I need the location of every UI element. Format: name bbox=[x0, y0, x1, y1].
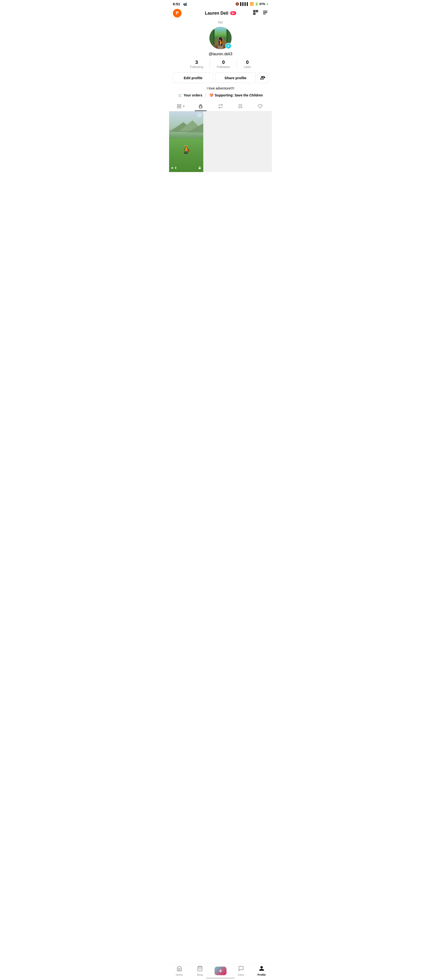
tab-liked[interactable] bbox=[250, 102, 270, 111]
status-bar: 6:51 📹 🔕 ▌▌▌▌ 📶 🔋 87% bbox=[169, 0, 272, 7]
home-icon bbox=[176, 966, 182, 973]
svg-point-26 bbox=[198, 115, 199, 115]
nav-right bbox=[253, 10, 268, 17]
edit-profile-button[interactable]: Edit profile bbox=[173, 73, 213, 83]
repost-icon bbox=[218, 104, 223, 109]
status-time: 6:51 bbox=[173, 2, 180, 6]
svg-rect-16 bbox=[263, 12, 267, 13]
liked-icon bbox=[258, 104, 263, 109]
svg-rect-4 bbox=[257, 11, 257, 11]
photo-icon bbox=[198, 113, 201, 117]
video-save-icon bbox=[198, 113, 201, 118]
home-indicator bbox=[206, 978, 235, 978]
nav-home[interactable]: Home bbox=[169, 966, 190, 976]
avatar-container: + bbox=[209, 27, 232, 49]
links-row: 🛒 Your orders | 💝 Supporting: Save the C… bbox=[178, 92, 263, 98]
cart-icon: 🛒 bbox=[178, 93, 182, 97]
inbox-icon bbox=[238, 966, 244, 973]
signal-icon: ▌▌▌▌ bbox=[240, 2, 249, 6]
svg-rect-24 bbox=[199, 106, 202, 108]
tab-grid[interactable]: ▼ bbox=[171, 102, 191, 111]
tab-lock[interactable] bbox=[191, 102, 211, 111]
video-overlay-bottom: 0 bbox=[171, 166, 201, 170]
empty-content-area bbox=[169, 172, 272, 244]
shop-label: Shop bbox=[197, 973, 203, 976]
nav-center: Lauren Deli 9+ bbox=[205, 11, 236, 16]
svg-rect-22 bbox=[177, 107, 179, 108]
top-nav: P Lauren Deli 9+ bbox=[169, 7, 272, 19]
following-count: 3 bbox=[195, 60, 198, 65]
svg-rect-21 bbox=[179, 105, 181, 106]
svg-rect-20 bbox=[177, 105, 179, 106]
user-handle: @lauren.deli3 bbox=[209, 52, 232, 56]
tab-repost[interactable] bbox=[211, 102, 230, 111]
inbox-label: Inbox bbox=[238, 973, 244, 976]
plus-icon bbox=[218, 968, 223, 974]
nav-inbox[interactable]: Inbox bbox=[231, 966, 251, 976]
pronouns-label: her bbox=[218, 20, 223, 24]
svg-rect-28 bbox=[199, 167, 201, 169]
camera-icon: 📹 bbox=[183, 2, 187, 6]
share-profile-button[interactable]: Share profile bbox=[215, 73, 255, 83]
followers-count: 0 bbox=[222, 60, 225, 65]
lock-tab-icon bbox=[198, 104, 203, 109]
following-label: Following bbox=[190, 65, 203, 68]
battery-icon: 🔋 bbox=[255, 2, 259, 6]
profile-section: her + @lauren.deli3 bbox=[169, 19, 272, 102]
svg-marker-27 bbox=[172, 167, 173, 169]
bio-text: I love adventure!!!! bbox=[207, 86, 234, 90]
p-badge-button[interactable]: P bbox=[173, 9, 181, 18]
following-stat[interactable]: 3 Following bbox=[183, 60, 210, 68]
grid-icon bbox=[177, 104, 181, 109]
battery-dot bbox=[267, 3, 268, 5]
svg-rect-23 bbox=[179, 107, 181, 108]
home-label: Home bbox=[176, 973, 183, 976]
nav-profile[interactable]: Profile bbox=[251, 966, 272, 976]
username-title: Lauren Deli bbox=[205, 11, 228, 16]
followers-stat[interactable]: 0 Followers bbox=[210, 60, 237, 68]
nav-shop[interactable]: Shop bbox=[190, 966, 210, 976]
video-grid: 0 bbox=[169, 111, 272, 172]
play-count-number: 0 bbox=[175, 166, 176, 170]
add-friend-icon bbox=[260, 75, 265, 80]
nav-left: P bbox=[173, 9, 181, 18]
tab-favorites[interactable] bbox=[230, 102, 250, 111]
lock-icon bbox=[198, 166, 201, 169]
video-content bbox=[169, 111, 203, 172]
add-photo-button[interactable]: + bbox=[225, 43, 232, 49]
action-buttons-row: Edit profile Share profile bbox=[173, 73, 268, 83]
hamburger-icon bbox=[262, 10, 268, 15]
play-icon bbox=[171, 167, 174, 169]
video-thumbnail[interactable]: 0 bbox=[169, 111, 203, 172]
profile-nav-label: Profile bbox=[258, 973, 266, 976]
svg-rect-3 bbox=[254, 11, 255, 11]
likes-label: Likes bbox=[244, 65, 251, 68]
battery-percent: 87% bbox=[260, 2, 265, 6]
svg-rect-17 bbox=[263, 14, 266, 14]
nav-create[interactable] bbox=[210, 966, 231, 976]
likes-count: 0 bbox=[246, 60, 249, 65]
likes-stat[interactable]: 0 Likes bbox=[237, 60, 258, 68]
svg-rect-5 bbox=[254, 13, 255, 14]
create-button[interactable] bbox=[214, 967, 227, 975]
shop-icon bbox=[197, 966, 203, 973]
play-count: 0 bbox=[171, 166, 176, 170]
add-friend-button[interactable] bbox=[258, 73, 268, 83]
mute-icon: 🔕 bbox=[235, 2, 239, 6]
wifi-icon: 📶 bbox=[250, 2, 254, 6]
menu-button[interactable] bbox=[262, 10, 268, 17]
favorites-icon bbox=[238, 104, 243, 109]
status-time-area: 6:51 📹 bbox=[173, 2, 187, 6]
status-icons: 🔕 ▌▌▌▌ 📶 🔋 87% bbox=[235, 2, 268, 6]
qr-code-icon bbox=[253, 10, 259, 15]
heart-diamond-icon: 💝 bbox=[209, 93, 213, 97]
content-tabs: ▼ bbox=[169, 102, 272, 111]
orders-link[interactable]: 🛒 Your orders bbox=[178, 93, 202, 97]
notification-badge[interactable]: 9+ bbox=[230, 11, 236, 15]
qr-code-button[interactable] bbox=[253, 10, 259, 17]
profile-nav-icon bbox=[259, 966, 265, 973]
svg-rect-15 bbox=[263, 11, 267, 11]
tab-grid-dropdown: ▼ bbox=[182, 105, 185, 108]
followers-label: Followers bbox=[217, 65, 230, 68]
supporting-link[interactable]: 💝 Supporting: Save the Children bbox=[209, 93, 263, 97]
